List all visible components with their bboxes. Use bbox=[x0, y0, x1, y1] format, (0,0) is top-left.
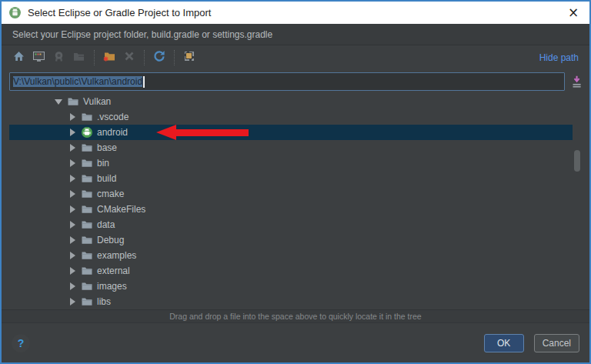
annotation-arrow bbox=[156, 125, 249, 140]
desktop-icon bbox=[32, 50, 45, 65]
tree-item-CMakeFiles[interactable]: CMakeFiles bbox=[9, 202, 573, 217]
import-dialog-window: Select Eclipse or Gradle Project to Impo… bbox=[0, 0, 591, 364]
tree-item-.vscode[interactable]: .vscode bbox=[9, 109, 573, 125]
tree-item-label: images bbox=[97, 281, 127, 292]
new-folder-icon bbox=[102, 49, 116, 65]
tree-item-bin[interactable]: bin bbox=[9, 155, 573, 171]
folder-icon bbox=[81, 157, 93, 169]
folder-icon bbox=[81, 280, 93, 292]
tree-item-cmake[interactable]: cmake bbox=[9, 186, 573, 202]
dialog-footer: ? OK Cancel bbox=[2, 322, 589, 362]
project-directory-button[interactable] bbox=[49, 48, 68, 67]
delete-button[interactable] bbox=[119, 48, 139, 67]
tree-item-label: examples bbox=[97, 250, 136, 261]
tree-item-data[interactable]: data bbox=[9, 217, 573, 232]
dialog-title: Select Eclipse or Gradle Project to Impo… bbox=[28, 7, 211, 18]
tree-item-external[interactable]: external bbox=[9, 263, 573, 279]
collapse-arrow-icon[interactable] bbox=[68, 205, 78, 214]
android-studio-icon bbox=[8, 6, 22, 19]
path-history-icon[interactable] bbox=[569, 75, 583, 88]
tree-item-label: bin bbox=[97, 158, 109, 169]
delete-x-icon bbox=[123, 50, 135, 65]
module-directory-button[interactable] bbox=[69, 48, 88, 67]
path-input-selected-text: V:\Vulkan\public\Vulkan\android bbox=[13, 76, 142, 87]
tree-item-label: base bbox=[97, 142, 117, 153]
collapse-arrow-icon[interactable] bbox=[68, 143, 78, 152]
dialog-subtitle: Select your Eclipse project folder, buil… bbox=[2, 24, 589, 45]
collapse-arrow-icon[interactable] bbox=[68, 159, 78, 168]
collapse-arrow-icon[interactable] bbox=[68, 174, 78, 183]
tree-item-label: Vulkan bbox=[83, 96, 111, 107]
folder-icon bbox=[81, 203, 93, 215]
tree-item-label: data bbox=[97, 219, 115, 230]
folder-icon bbox=[81, 219, 93, 231]
expand-arrow-icon[interactable] bbox=[55, 97, 64, 106]
help-button[interactable]: ? bbox=[12, 334, 30, 352]
tree-item-label: external bbox=[97, 265, 130, 276]
tree-item-label: build bbox=[97, 173, 116, 184]
tree-item-label: CMakeFiles bbox=[97, 204, 145, 215]
folder-icon bbox=[81, 172, 93, 185]
show-hidden-files-button[interactable] bbox=[179, 48, 199, 67]
tree-item-examples[interactable]: examples bbox=[9, 248, 573, 263]
collapse-arrow-icon[interactable] bbox=[68, 128, 78, 137]
folder-icon bbox=[81, 188, 93, 200]
collapse-arrow-icon[interactable] bbox=[68, 251, 78, 260]
scrollbar-thumb[interactable] bbox=[574, 150, 580, 172]
question-mark-icon: ? bbox=[18, 337, 25, 349]
home-directory-button[interactable] bbox=[9, 48, 28, 67]
project-badge-icon bbox=[52, 50, 65, 65]
folder-icon bbox=[81, 296, 93, 308]
tree-item-label: libs bbox=[97, 296, 111, 307]
tree-item-Vulkan[interactable]: Vulkan bbox=[9, 94, 573, 109]
toolbar-separator bbox=[144, 50, 145, 65]
drag-drop-hint: Drag and drop a file into the space abov… bbox=[2, 309, 589, 322]
path-row: V:\Vulkan\public\Vulkan\android bbox=[2, 69, 589, 94]
ok-button[interactable]: OK bbox=[484, 334, 524, 352]
tree-item-libs[interactable]: libs bbox=[9, 294, 573, 309]
toolbar-separator bbox=[174, 50, 175, 65]
tree-item-label: .vscode bbox=[97, 112, 129, 122]
folder-icon bbox=[81, 142, 93, 154]
collapse-arrow-icon[interactable] bbox=[68, 235, 78, 245]
tree-item-Debug[interactable]: Debug bbox=[9, 232, 573, 248]
tree-item-label: Debug bbox=[97, 235, 124, 245]
hide-path-link[interactable]: Hide path bbox=[539, 52, 580, 63]
desktop-directory-button[interactable] bbox=[29, 48, 48, 67]
tree-item-label: android bbox=[97, 127, 128, 138]
folder-icon bbox=[81, 265, 93, 277]
folder-icon bbox=[81, 234, 93, 246]
home-icon bbox=[12, 50, 25, 65]
tree-item-label: cmake bbox=[97, 189, 124, 199]
new-folder-button[interactable] bbox=[99, 48, 119, 67]
module-folder-icon bbox=[72, 50, 85, 65]
close-button[interactable]: × bbox=[557, 2, 589, 24]
folder-icon bbox=[81, 249, 93, 262]
cancel-button[interactable]: Cancel bbox=[534, 334, 579, 352]
collapse-arrow-icon[interactable] bbox=[68, 220, 78, 229]
tree-item-images[interactable]: images bbox=[9, 279, 573, 294]
file-chooser-toolbar: Hide path bbox=[2, 45, 589, 69]
folder-icon bbox=[81, 111, 93, 123]
tree-item-android[interactable]: android bbox=[9, 125, 573, 140]
collapse-arrow-icon[interactable] bbox=[68, 112, 78, 122]
collapse-arrow-icon[interactable] bbox=[68, 189, 78, 199]
tree-item-base[interactable]: base bbox=[9, 140, 573, 155]
android-icon bbox=[81, 126, 93, 139]
collapse-arrow-icon[interactable] bbox=[68, 266, 78, 276]
title-bar: Select Eclipse or Gradle Project to Impo… bbox=[2, 2, 589, 24]
toolbar-separator bbox=[94, 50, 95, 65]
file-tree: Vulkan.vscodeandroidbasebinbuildcmakeCMa… bbox=[2, 94, 589, 309]
collapse-arrow-icon[interactable] bbox=[68, 297, 78, 306]
path-input[interactable]: V:\Vulkan\public\Vulkan\android bbox=[9, 72, 565, 91]
hidden-files-icon bbox=[183, 50, 195, 65]
collapse-arrow-icon[interactable] bbox=[68, 282, 78, 291]
refresh-button[interactable] bbox=[149, 48, 169, 67]
folder-icon bbox=[67, 95, 79, 108]
refresh-icon bbox=[152, 49, 166, 65]
text-caret bbox=[143, 76, 145, 88]
tree-item-build[interactable]: build bbox=[9, 171, 573, 186]
